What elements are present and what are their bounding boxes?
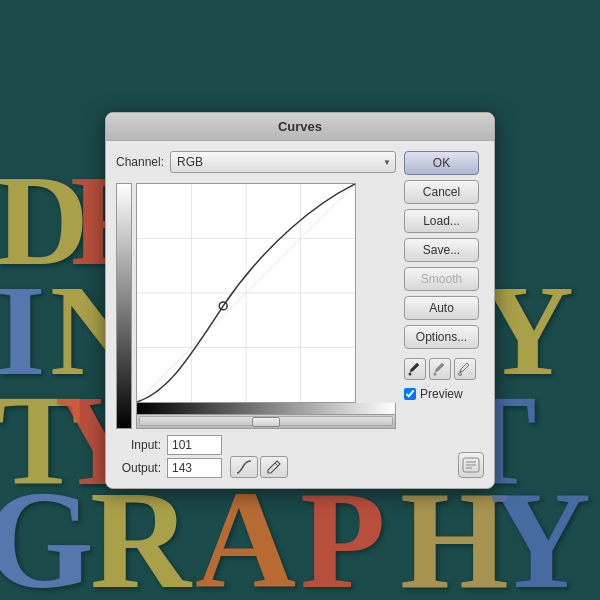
right-panel: OK Cancel Load... Save... Smooth Auto Op… xyxy=(404,151,484,478)
ok-button[interactable]: OK xyxy=(404,151,479,175)
smooth-button[interactable]: Smooth xyxy=(404,267,479,291)
auto-button[interactable]: Auto xyxy=(404,296,479,320)
preview-row: Preview xyxy=(404,387,484,401)
input-field[interactable] xyxy=(167,435,222,455)
left-panel: Channel: RGB Red Green Blue xyxy=(116,151,396,478)
input-row: Input: xyxy=(116,435,222,455)
channel-select[interactable]: RGB Red Green Blue xyxy=(170,151,396,173)
curves-graph-container xyxy=(136,183,396,429)
dialog-body: Channel: RGB Red Green Blue xyxy=(106,141,494,488)
svg-point-10 xyxy=(434,372,437,375)
output-label: Output: xyxy=(116,461,161,475)
channel-row: Channel: RGB Red Green Blue xyxy=(116,151,396,173)
svg-point-11 xyxy=(459,372,462,375)
channel-label: Channel: xyxy=(116,155,164,169)
info-button[interactable] xyxy=(458,452,484,478)
input-label: Input: xyxy=(116,438,161,452)
curves-dialog: Curves Channel: RGB Red Green Blue xyxy=(105,112,495,489)
preview-label: Preview xyxy=(420,387,463,401)
preview-checkbox[interactable] xyxy=(404,388,416,400)
curve-draw-btn[interactable] xyxy=(230,456,258,478)
curves-area xyxy=(116,183,396,429)
curves-svg xyxy=(137,184,355,402)
scrollbar[interactable] xyxy=(136,415,396,429)
svg-point-9 xyxy=(409,372,412,375)
inputs-col: Input: Output: xyxy=(116,435,222,478)
output-row: Output: xyxy=(116,458,222,478)
curves-canvas[interactable] xyxy=(136,183,356,403)
curve-tools xyxy=(230,456,288,478)
gradient-bar xyxy=(116,183,132,429)
eyedropper-white-btn[interactable] xyxy=(454,358,476,380)
inputs-tools-row: Input: Output: xyxy=(116,435,396,478)
bottom-gradient-strip xyxy=(136,403,396,415)
save-button[interactable]: Save... xyxy=(404,238,479,262)
dialog-title: Curves xyxy=(278,119,322,134)
options-button[interactable]: Options... xyxy=(404,325,479,349)
eyedropper-gray-btn[interactable] xyxy=(429,358,451,380)
eyedropper-black-btn[interactable] xyxy=(404,358,426,380)
svg-line-8 xyxy=(275,463,278,466)
curve-pencil-btn[interactable] xyxy=(260,456,288,478)
eyedropper-row xyxy=(404,358,484,380)
dialog-backdrop: Curves Channel: RGB Red Green Blue xyxy=(0,0,600,600)
scrollbar-thumb[interactable] xyxy=(252,417,280,427)
output-field[interactable] xyxy=(167,458,222,478)
channel-select-wrapper[interactable]: RGB Red Green Blue xyxy=(170,151,396,173)
load-button[interactable]: Load... xyxy=(404,209,479,233)
dialog-titlebar: Curves xyxy=(106,113,494,141)
cancel-button[interactable]: Cancel xyxy=(404,180,479,204)
